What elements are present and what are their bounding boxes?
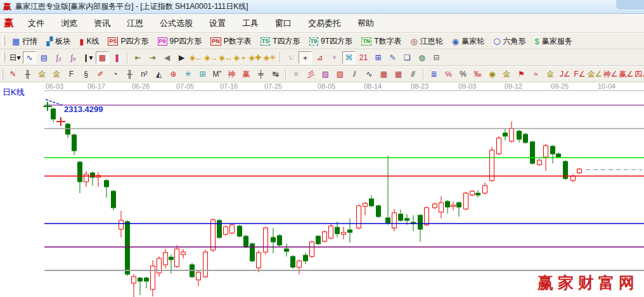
first-bar-icon[interactable]: ⇤	[131, 51, 145, 64]
spiral-icon[interactable]: §	[79, 68, 93, 80]
calculator-icon[interactable]: ⊞	[371, 51, 385, 64]
angle-measure-icon[interactable]: ⊿	[313, 51, 326, 64]
pencil-icon[interactable]: ✎	[6, 68, 20, 80]
9p-square-button[interactable]: P99P四方形	[153, 35, 207, 47]
menu-item-settings[interactable]: 设置	[201, 16, 234, 30]
toolbar-grip[interactable]	[2, 36, 5, 46]
t-square-button[interactable]: TST四方形	[256, 35, 305, 47]
ruler-icon[interactable]: ╫	[21, 68, 34, 80]
save-icon[interactable]: ❏	[401, 51, 414, 64]
menu-item-gann[interactable]: 江恩	[119, 16, 151, 30]
gold-ruler2-icon[interactable]: 金	[50, 68, 63, 80]
grid-red2-icon[interactable]: ▦	[392, 68, 405, 80]
wave-level-icon[interactable]: ≈	[529, 68, 543, 80]
next-bar-icon[interactable]: ▶	[175, 51, 188, 64]
pattern-icon[interactable]: ▩	[96, 51, 109, 64]
thought-tool-icon[interactable]: ⌘	[342, 51, 356, 64]
grid-frame-icon[interactable]: ⌗	[290, 68, 303, 80]
gold-line-icon[interactable]: 金	[544, 68, 557, 80]
winner-service-button[interactable]: $赢家服务	[531, 35, 577, 47]
circle-cross-icon[interactable]: ⊕	[167, 68, 180, 80]
p-square-button[interactable]: PSP四方形	[103, 35, 153, 47]
grid-red1-icon[interactable]: ▦	[377, 68, 390, 80]
data-list-icon[interactable]: ≣	[427, 68, 441, 80]
fan-box1-icon[interactable]: ▨	[319, 68, 332, 80]
kline-button[interactable]: ▮K线	[75, 35, 103, 47]
shen-angle-icon[interactable]: 神∠	[603, 68, 618, 80]
toolbar-grip[interactable]	[2, 69, 3, 79]
prev-bar-icon[interactable]: ◀	[160, 51, 174, 64]
fan-box2-icon[interactable]: ▧	[333, 68, 347, 80]
f-angle-icon[interactable]: F∠	[573, 68, 586, 80]
chart-area: 日K线 06-0306-1706-2607-0507-1607-2508-050…	[0, 82, 644, 297]
menu-item-window[interactable]: 窗口	[267, 16, 300, 30]
shen-tool-icon[interactable]: 神	[225, 68, 238, 80]
ying-angle-icon[interactable]: 赢∠	[619, 68, 634, 80]
j-angle-icon[interactable]: J∠	[558, 68, 572, 80]
quotes-button[interactable]: ▦行情	[8, 35, 42, 47]
gold-angle-icon[interactable]: 金∠	[588, 68, 602, 80]
window-controls-partial[interactable]	[616, 0, 644, 9]
sectors-button[interactable]: ▞板块	[42, 35, 75, 47]
expand-h-icon[interactable]: ◈↔	[219, 51, 232, 64]
menu-item-tools[interactable]: 工具	[234, 16, 267, 30]
m-mark-icon[interactable]: M”	[210, 68, 224, 80]
brush-icon[interactable]: ✐	[94, 68, 107, 80]
permille-line-icon[interactable]: ‰	[471, 68, 484, 80]
percent-icon[interactable]: %	[456, 68, 470, 80]
t-number-table-button[interactable]: TNT数字表	[357, 35, 406, 47]
9t-square-button[interactable]: T99T四方形	[305, 35, 357, 47]
triple-lines-icon[interactable]: ⫻	[406, 68, 420, 80]
tick-chart-icon[interactable]: ∿	[23, 51, 36, 64]
flag-tool-icon[interactable]: ⚑	[515, 68, 528, 80]
gold-circle-icon[interactable]: ◉	[486, 68, 499, 80]
histogram-icon[interactable]: ❚	[110, 51, 124, 64]
p-number-table-button[interactable]: PNP数字表	[206, 35, 256, 47]
menu-item-news[interactable]: 资讯	[86, 16, 119, 30]
winner-wheel-button[interactable]: ◉赢家轮	[448, 35, 489, 47]
gold-level-icon[interactable]: 金	[500, 68, 513, 80]
wave-line-icon[interactable]: ∿	[363, 68, 376, 80]
pan-hand-icon[interactable]: ☜	[284, 51, 297, 64]
toolbar-grip[interactable]	[2, 53, 5, 63]
shift-right-icon[interactable]: ◈→	[204, 51, 217, 64]
percent-line-icon[interactable]: ℅	[442, 68, 455, 80]
span-arrows-icon[interactable]: ↹	[269, 68, 282, 80]
menu-item-browse[interactable]: 浏览	[53, 16, 86, 30]
si-angle-icon[interactable]: 四∠	[634, 68, 644, 80]
gold-ruler1-icon[interactable]: 金	[35, 68, 49, 80]
wave9-icon[interactable]: ∫₉	[67, 51, 80, 64]
web-grid-icon[interactable]: ⊞	[196, 68, 209, 80]
expand-all-icon[interactable]: ◈✚	[248, 51, 262, 64]
period-selector[interactable]: 日▾	[8, 51, 22, 64]
shift-left-icon[interactable]: ◈←	[190, 51, 203, 64]
print-icon[interactable]: ⊟	[430, 51, 443, 64]
menu-item-trade-entrust[interactable]: 交易委托	[300, 16, 349, 30]
crosshair-icon[interactable]: ＋	[299, 51, 312, 64]
candle-style-selector[interactable]: ❙▾	[81, 51, 94, 64]
ruler-123-icon[interactable]: ╪	[254, 68, 267, 80]
menu-item-formula-stock-pick[interactable]: 公式选股	[151, 16, 201, 30]
last-bar-icon[interactable]: ⇥	[146, 51, 159, 64]
parallel-lines-icon[interactable]: ⫽	[348, 68, 361, 80]
web-export-icon[interactable]: ◍	[415, 51, 428, 64]
menu-item-file[interactable]: 文件	[20, 16, 53, 30]
compress-icon[interactable]: ◈＋	[234, 51, 247, 64]
net-tool-icon[interactable]: ♆	[328, 51, 341, 64]
angle-icon[interactable]: ◭	[152, 68, 165, 80]
ruler2-icon[interactable]: ╫	[123, 68, 136, 80]
n-square-icon[interactable]: n²	[138, 68, 151, 80]
notes-icon[interactable]: ✎	[386, 51, 399, 64]
f-ruler-icon[interactable]: F	[65, 68, 78, 80]
ray-fan-icon[interactable]: 彡	[304, 68, 318, 80]
quote-sheet-icon[interactable]: ▤	[37, 51, 51, 64]
ying-tool-icon[interactable]: 赢	[240, 68, 253, 80]
menu-item-help[interactable]: 帮助	[349, 16, 382, 30]
star-web-icon[interactable]: ✳	[181, 68, 195, 80]
gann-wheel-button[interactable]: ◎江恩轮	[406, 35, 447, 47]
time-cycle-icon[interactable]: ◔	[108, 68, 122, 80]
wave3-icon[interactable]: ∫₃	[52, 51, 65, 64]
calendar-icon[interactable]: 21	[357, 51, 370, 64]
fit-all-icon[interactable]: ◈✳	[263, 51, 276, 64]
hexagon-button[interactable]: ⬡六角形	[489, 35, 530, 47]
